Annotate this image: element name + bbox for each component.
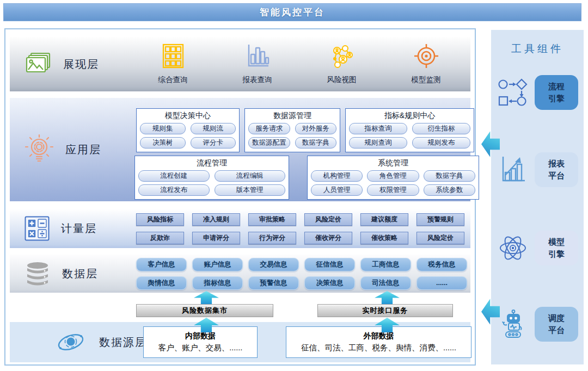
group-system-management: 系统管理 机构管理 角色管理 数据字典 人员管理 权限管理 系统参数 [307, 156, 479, 200]
presentation-layer-label: 展现层 [24, 37, 99, 91]
layer-title: 展现层 [63, 57, 99, 72]
tool-schedule-platform: 调度平台 [491, 306, 584, 342]
measure-button: 风险定价 [416, 232, 464, 244]
atom-icon [497, 233, 529, 263]
flowchart-icon [497, 77, 529, 108]
measure-button: 风险定价 [304, 213, 352, 226]
data-button: 工商信息 [360, 258, 411, 271]
internal-data-desc: 客户、账户、交易、...... [158, 343, 243, 353]
data-button: ...... [416, 276, 467, 290]
measure-button: 预警规则 [416, 213, 464, 226]
network-icon [329, 44, 354, 71]
grid-icon [162, 44, 185, 71]
presentation-item: 报表查询 [215, 37, 299, 91]
internal-data-box: 内部数据 客户、账户、交易、...... [143, 326, 258, 358]
layer-title: 计量层 [61, 221, 97, 236]
calculator-icon [24, 215, 50, 242]
group-process-management: 流程管理 流程创建 流程编辑 流程发布 版本管理 [134, 156, 289, 200]
tool-button-label: 模型引擎 [548, 236, 565, 260]
presentation-item-label: 报表查询 [243, 75, 272, 85]
app-pill: 规则发布 [412, 137, 470, 149]
app-pill: 角色管理 [367, 170, 419, 182]
app-pill: 对外服务 [295, 123, 337, 134]
measurement-layer: 计量层 风险指标 准入规则 审批策略 风险定价 建议额度 预警规则 反欺诈 申请… [10, 209, 470, 248]
presentation-item: 风险视图 [299, 37, 384, 91]
data-button: 税务信息 [416, 258, 467, 271]
group-datasource-management: 数据源管理 服务请求 对外服务 数据源配置 数据字典 [244, 108, 340, 152]
data-button: 征信信息 [304, 258, 355, 271]
connector-risk-data-mart: 风险数据集市 [136, 304, 273, 317]
measure-button: 催收策略 [360, 232, 408, 244]
measure-button: 催收评分 [304, 232, 352, 244]
data-items: 客户信息 账户信息 交易信息 征信信息 工商信息 税务信息 舆情信息 指标信息 … [136, 255, 467, 293]
sidebar-title: 工具组件 [491, 30, 584, 56]
group-title: 模型决策中心 [140, 110, 236, 123]
app-pill: 人员管理 [311, 184, 363, 196]
app-pill: 流程编辑 [215, 170, 286, 182]
connector-realtime-api-service: 实时接口服务 [317, 304, 453, 317]
external-data-title: 外部数据 [364, 331, 394, 341]
layer-title: 数据层 [62, 267, 98, 281]
group-title: 指标&规则中心 [349, 110, 470, 123]
data-button: 预警信息 [248, 276, 299, 290]
datasource-layer: 数据源层 内部数据 客户、账户、交易、...... 外部数据 征信、司法、工商、… [10, 322, 470, 362]
app-pill: 评分卡 [191, 137, 236, 149]
datasource-layer-label: 数据源层 [56, 322, 147, 362]
layer-title: 应用层 [65, 143, 101, 157]
picture-icon [24, 52, 52, 77]
internal-data-title: 内部数据 [185, 331, 216, 341]
app-pill: 机构管理 [311, 170, 363, 182]
data-button: 决策信息 [304, 276, 355, 290]
database-icon [24, 261, 51, 286]
target-icon [414, 44, 439, 71]
connector-label: 风险数据集市 [182, 306, 228, 316]
tool-button-model-engine: 模型引擎 [535, 231, 578, 265]
app-pill: 权限管理 [367, 184, 419, 196]
app-pill: 决策树 [140, 137, 186, 149]
measurement-layer-label: 计量层 [24, 209, 97, 248]
app-pill: 规则流 [191, 123, 236, 134]
bar-chart-icon [245, 44, 270, 71]
up-arrow-icon [194, 291, 219, 304]
group-indicator-rule-center: 指标&规则中心 指标查询 衍生指标 规则查询 规则发布 [345, 108, 474, 152]
presentation-item-label: 综合查询 [158, 75, 188, 85]
application-groups-row1: 模型决策中心 规则集 规则流 决策树 评分卡 数据源管理 服务请求 对外服务 数… [136, 108, 474, 152]
app-pill: 指标查询 [349, 123, 407, 134]
app-pill: 数据字典 [295, 137, 337, 149]
external-data-box: 外部数据 征信、司法、工商、税务、舆情、消费、...... [286, 326, 471, 358]
application-groups-row2: 流程管理 流程创建 流程编辑 流程发布 版本管理 系统管理 机构管理 角色管理 … [134, 156, 479, 200]
application-layer-label: 应用层 [24, 98, 101, 201]
layer-title: 数据源层 [99, 335, 147, 350]
app-pill: 数据源配置 [248, 137, 290, 149]
tool-button-label: 报表平台 [548, 158, 565, 182]
group-model-decision-center: 模型决策中心 规则集 规则流 决策树 评分卡 [136, 108, 240, 152]
platform-title-banner: 智能风控平台 [3, 3, 581, 21]
app-pill: 系统参数 [424, 184, 475, 196]
data-button: 客户信息 [136, 258, 187, 271]
report-chart-icon [497, 156, 529, 184]
tool-button-report-platform: 报表平台 [535, 152, 578, 187]
tool-button-label: 流程引擎 [548, 81, 565, 104]
data-layer: 数据层 客户信息 账户信息 交易信息 征信信息 工商信息 税务信息 舆情信息 指… [10, 255, 470, 293]
up-arrow-icon [375, 291, 400, 304]
platform-title: 智能风控平台 [260, 6, 325, 18]
group-title: 数据源管理 [248, 110, 336, 123]
app-pill: 规则集 [140, 123, 186, 134]
presentation-item-label: 模型监测 [412, 75, 441, 85]
presentation-item: 模型监测 [384, 37, 468, 91]
tool-button-label: 调度平台 [548, 312, 565, 336]
data-button: 交易信息 [248, 258, 299, 271]
data-button: 指标信息 [192, 276, 243, 290]
presentation-items: 综合查询 报表查询 [131, 37, 468, 91]
measure-button: 准入规则 [192, 213, 240, 226]
app-pill: 服务请求 [248, 123, 290, 134]
data-layer-label: 数据层 [24, 255, 98, 293]
measure-button: 建议额度 [360, 213, 408, 226]
tool-process-engine: 流程引擎 [491, 75, 584, 110]
connector-label: 实时接口服务 [363, 306, 408, 316]
bulb-gear-icon [24, 133, 54, 166]
tool-button-schedule-platform: 调度平台 [535, 307, 578, 342]
presentation-item: 综合查询 [131, 37, 215, 91]
measure-button: 行为评分 [248, 232, 296, 244]
data-button: 司法信息 [360, 276, 411, 290]
